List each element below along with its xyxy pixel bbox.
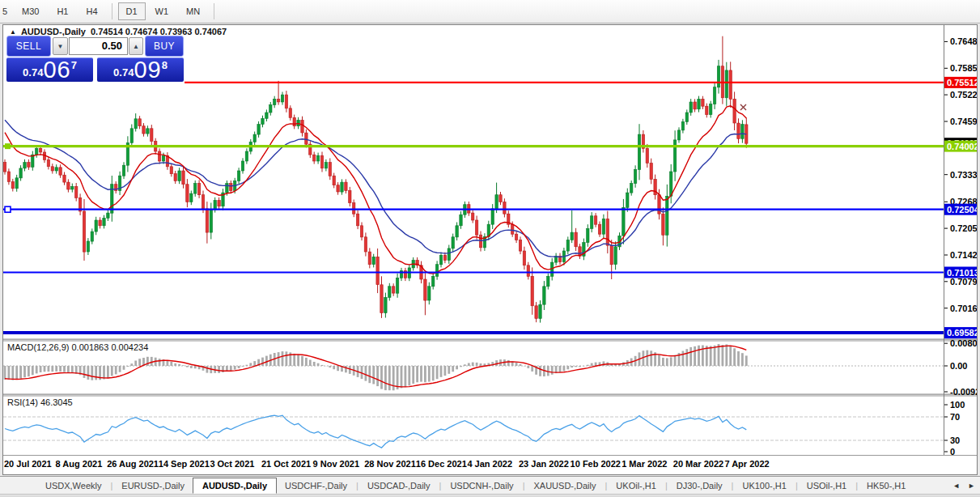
buy-price-display[interactable]: 0.74 09 8	[97, 57, 184, 82]
chart-tab-bar: USDX,Weekly|EURUSD-,DailyAUDUSD-,DailyUS…	[0, 476, 980, 495]
date-axis-label: 10 Feb 2022	[571, 459, 621, 469]
volume-input[interactable]: 0.50	[69, 37, 128, 55]
sell-price-display[interactable]: 0.74 06 7	[6, 57, 93, 82]
price-badge-label: 0.75512	[947, 78, 977, 87]
date-axis-label: 1 Mar 2022	[622, 459, 667, 469]
buy-price-pips: 09	[134, 59, 161, 81]
chart-tab-xauusd-daily[interactable]: XAUUSD-,Daily	[525, 478, 604, 493]
chart-tab-audusd-daily[interactable]: AUDUSD-,Daily	[193, 478, 277, 494]
date-axis-label: 26 Aug 2021	[107, 459, 159, 469]
date-axis-label: 7 Apr 2022	[724, 459, 769, 469]
tabs-scroll-right-button[interactable]: ►	[968, 482, 975, 490]
chart-tab-hk50-h1[interactable]: HK50-,H1	[859, 478, 914, 493]
price-axis-label: 0.71425	[950, 250, 977, 260]
cross-marker	[740, 104, 746, 110]
macd-axis-label: -0.009286	[950, 387, 977, 397]
volume-decrease-button[interactable]: ▼	[53, 37, 68, 55]
timeframe-button-h4[interactable]: H4	[78, 2, 105, 20]
macd-indicator-label: MACD(12,26,9) 0.001863 0.004234	[7, 342, 148, 352]
date-axis-label: 16 Dec 2021	[416, 459, 467, 469]
price-axis-label: 0.70165	[950, 304, 977, 313]
rsi-indicator-label: RSI(14) 46.3045	[7, 397, 73, 407]
date-axis-label: 28 Nov 2021	[364, 459, 416, 469]
price-axis-label: 0.76480	[950, 36, 977, 46]
line-anchor-marker[interactable]	[5, 206, 11, 212]
sell-button[interactable]: SELL	[6, 36, 51, 57]
sell-price-point: 7	[71, 58, 77, 71]
price-axis-label: 0.70795	[950, 277, 977, 287]
timeframe-button-m30[interactable]: M30	[14, 2, 47, 20]
chart-tab-uk100-h1[interactable]: UK100-,H1	[734, 478, 794, 493]
toolbar-separator	[112, 3, 112, 19]
buy-price-prefix: 0.74	[113, 66, 134, 81]
mt4-terminal: { "toolbar": { "timeframes": ["5","M30",…	[0, 0, 980, 497]
price-axis-label: 0.74590	[950, 117, 977, 126]
date-axis-label: 4 Jan 2022	[467, 459, 512, 469]
rsi-line	[5, 415, 746, 448]
price-badge-label: 0.69582	[947, 328, 977, 338]
timeframe-toolbar: 5M30H1H4D1W1MN	[0, 0, 980, 23]
date-axis-label: 14 Sep 2021	[159, 459, 210, 469]
volume-increase-button[interactable]: ▲	[129, 37, 143, 55]
buy-button[interactable]: BUY	[145, 36, 184, 57]
sell-price-prefix: 0.74	[23, 66, 43, 81]
chart-tab-dj30-daily[interactable]: DJ30-,Daily	[668, 478, 731, 493]
rsi-axis-label: 70	[950, 412, 960, 422]
date-axis-label: 9 Nov 2021	[313, 459, 359, 469]
tab-scroll-buttons: ◄►	[952, 482, 975, 490]
chart-tab-usdx-weekly[interactable]: USDX,Weekly	[37, 478, 109, 493]
timeframe-button-5[interactable]: 5	[1, 2, 12, 20]
chart-tab-usoil-h1[interactable]: USOil-,H1	[799, 478, 855, 493]
chart-tab-usdcnh-daily[interactable]: USDCNH-,Daily	[442, 478, 521, 493]
timeframe-button-mn[interactable]: MN	[178, 2, 208, 20]
price-axis-label: 0.72055	[950, 223, 977, 233]
date-axis-label: 20 Jul 2021	[4, 459, 52, 469]
buy-price-point: 8	[162, 58, 168, 71]
sell-price-pips: 06	[43, 59, 70, 81]
date-axis-label: 8 Aug 2021	[56, 459, 103, 469]
price-axis-label: 0.75850	[950, 63, 977, 73]
rsi-axis-label: 0	[950, 447, 955, 457]
date-axis-label: 3 Oct 2021	[210, 459, 254, 469]
tabs-scroll-left-button[interactable]: ◄	[952, 482, 960, 490]
price-axis-label: 0.75220	[950, 90, 977, 100]
price-badge-label: 0.72504	[947, 205, 977, 215]
date-axis-label: 21 Oct 2021	[261, 459, 311, 469]
macd-axis-label: 0.008061	[950, 338, 977, 348]
toolbar-separator	[214, 3, 214, 19]
timeframe-button-w1[interactable]: W1	[147, 2, 177, 20]
price-axis-label: 0.73330	[950, 170, 977, 180]
rsi-axis-label: 100	[950, 400, 965, 410]
date-axis-label: 20 Mar 2022	[673, 459, 723, 469]
price-badge-label: 0.74002	[947, 142, 977, 151]
chart-tab-usdchf-daily[interactable]: USDCHF-,Daily	[277, 478, 355, 493]
one-click-trade-panel: SELL ▼ 0.50 ▲ BUY 0.74 06 7 0.74 09 8	[6, 36, 184, 82]
chart-tab-usdcad-daily[interactable]: USDCAD-,Daily	[359, 478, 439, 493]
chart-shift-icon: ▲	[10, 28, 16, 36]
date-axis-label: 23 Jan 2022	[519, 459, 569, 469]
timeframe-button-h1[interactable]: H1	[49, 2, 76, 20]
macd-axis-label: 0.00	[950, 361, 967, 371]
chart-tab-eurusd-daily[interactable]: EURUSD-,Daily	[113, 478, 193, 493]
chart-tab-ukoil-h1[interactable]: UKOil-,H1	[608, 478, 664, 493]
timeframe-button-d1[interactable]: D1	[118, 2, 146, 20]
price-chart-canvas[interactable]: 0.764800.758500.752200.745900.733300.726…	[3, 25, 977, 474]
rsi-axis-label: 30	[950, 435, 960, 445]
line-anchor-marker[interactable]	[5, 143, 11, 149]
price-badge-label: 0.71013	[947, 268, 977, 278]
chart-window: 0.764800.758500.752200.745900.733300.726…	[2, 24, 978, 475]
